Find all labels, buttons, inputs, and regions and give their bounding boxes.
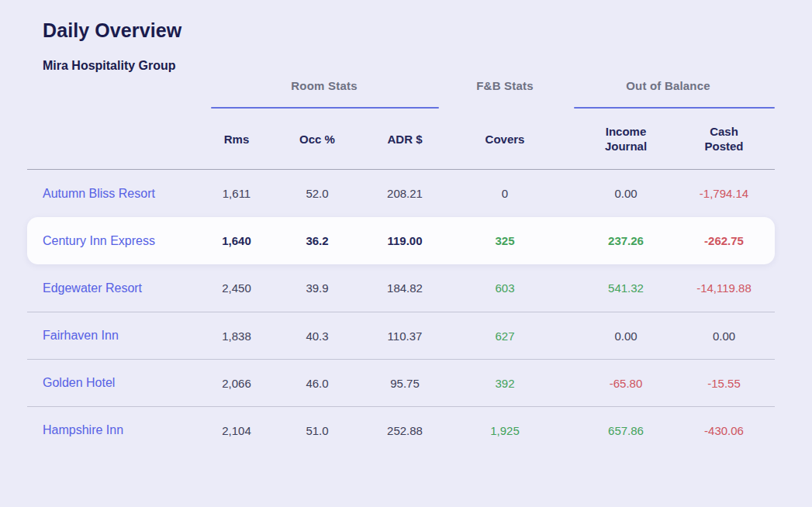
cell-cash-posted: -262.75 xyxy=(690,234,775,247)
cell-rms: 1,838 xyxy=(200,329,273,343)
cell-cash-posted: 0.00 xyxy=(690,329,775,343)
column-header-income-journal: Income Journal xyxy=(561,124,690,154)
group-header-out-of-balance: Out of Balance xyxy=(561,78,775,109)
daily-overview-screen: Daily Overview Mira Hospitality Group Ro… xyxy=(0,0,812,507)
page-title: Daily Overview xyxy=(43,20,812,40)
property-link[interactable]: Autumn Bliss Resort xyxy=(27,187,200,201)
cell-occ-pct: 40.3 xyxy=(273,329,361,343)
cell-covers: 603 xyxy=(448,281,561,295)
table-row[interactable]: Edgewater Resort2,45039.9184.82603541.32… xyxy=(27,264,775,312)
table-row[interactable]: Autumn Bliss Resort1,61152.0208.2100.00-… xyxy=(27,170,775,217)
cell-cash-posted: -14,119.88 xyxy=(690,281,775,295)
table-body: Autumn Bliss Resort1,61152.0208.2100.00-… xyxy=(27,170,775,454)
column-header-occ-pct: Occ % xyxy=(273,132,361,147)
cell-cash-posted: -1,794.14 xyxy=(690,187,775,200)
cell-income-journal: 0.00 xyxy=(561,187,690,200)
cell-occ-pct: 39.9 xyxy=(273,281,361,295)
group-header-room-stats: Room Stats xyxy=(200,78,448,109)
cell-occ-pct: 52.0 xyxy=(273,187,361,200)
cell-adr: 184.82 xyxy=(361,281,448,295)
cell-cash-posted: -430.06 xyxy=(690,424,775,437)
cell-rms: 2,450 xyxy=(200,281,273,295)
column-header-cash-posted: Cash Posted xyxy=(690,124,775,154)
table-row[interactable]: Fairhaven Inn1,83840.3110.376270.000.00 xyxy=(27,312,775,359)
cell-occ-pct: 46.0 xyxy=(273,377,361,390)
property-link[interactable]: Century Inn Express xyxy=(27,234,200,248)
cell-rms: 2,066 xyxy=(200,377,273,390)
cell-cash-posted: -15.55 xyxy=(690,377,775,390)
table-row[interactable]: Golden Hotel2,06646.095.75392-65.80-15.5… xyxy=(27,359,775,406)
column-header-adr: ADR $ xyxy=(361,132,448,147)
cell-income-journal: 541.32 xyxy=(561,281,690,295)
column-header-covers: Covers xyxy=(448,132,561,147)
group-underline xyxy=(211,107,439,109)
cell-occ-pct: 51.0 xyxy=(273,424,361,437)
cell-covers: 0 xyxy=(448,187,561,200)
table-row[interactable]: Hampshire Inn2,10451.0252.881,925657.86-… xyxy=(27,406,775,454)
group-label: Out of Balance xyxy=(626,78,710,92)
group-label: F&B Stats xyxy=(476,78,533,92)
cell-rms: 1,611 xyxy=(200,187,273,200)
cell-covers: 325 xyxy=(448,234,561,247)
property-link[interactable]: Golden Hotel xyxy=(27,376,200,390)
group-label: Room Stats xyxy=(291,78,357,92)
column-header-rms: Rms xyxy=(200,132,273,147)
cell-income-journal: 237.26 xyxy=(561,234,690,247)
cell-covers: 1,925 xyxy=(448,424,561,437)
group-underline xyxy=(574,107,775,109)
cell-adr: 95.75 xyxy=(361,377,448,390)
cell-rms: 2,104 xyxy=(200,424,273,437)
cell-adr: 119.00 xyxy=(361,234,448,247)
org-name: Mira Hospitality Group xyxy=(43,59,812,73)
table-row[interactable]: Century Inn Express1,64036.2119.00325237… xyxy=(27,217,775,264)
overview-table: Room Stats F&B Stats Out of Balance Rms … xyxy=(27,78,775,454)
cell-covers: 392 xyxy=(448,377,561,390)
property-link[interactable]: Hampshire Inn xyxy=(27,423,200,437)
cell-income-journal: 0.00 xyxy=(561,329,690,343)
group-header-fb-stats: F&B Stats xyxy=(448,78,561,109)
cell-occ-pct: 36.2 xyxy=(273,234,361,247)
property-link[interactable]: Edgewater Resort xyxy=(27,281,200,295)
cell-income-journal: 657.86 xyxy=(561,424,690,437)
cell-income-journal: -65.80 xyxy=(561,377,690,390)
cell-adr: 252.88 xyxy=(361,424,448,437)
property-link[interactable]: Fairhaven Inn xyxy=(27,329,200,343)
column-header-row: Rms Occ % ADR $ Covers Income Journal Ca… xyxy=(27,109,775,170)
cell-adr: 208.21 xyxy=(361,187,448,200)
cell-rms: 1,640 xyxy=(200,234,273,247)
cell-covers: 627 xyxy=(448,329,561,343)
group-header-row: Room Stats F&B Stats Out of Balance xyxy=(27,78,775,109)
cell-adr: 110.37 xyxy=(361,329,448,343)
